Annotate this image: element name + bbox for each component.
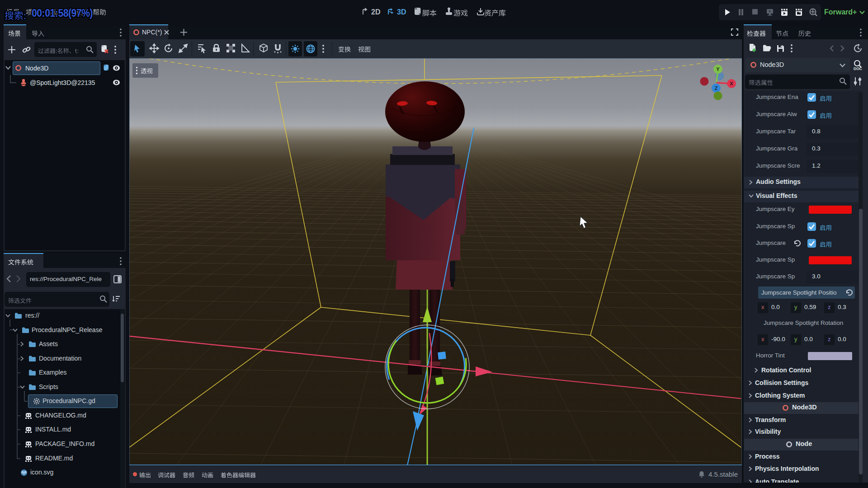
svg-text:DOC: DOC [854, 66, 862, 71]
